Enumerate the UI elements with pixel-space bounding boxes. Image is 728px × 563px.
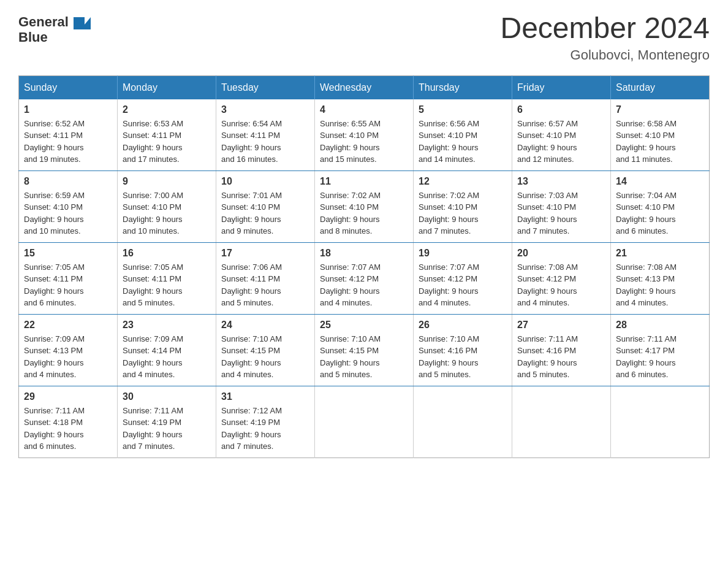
day-info: Sunrise: 7:10 AM Sunset: 4:15 PM Dayligh… bbox=[221, 333, 309, 381]
day-number: 22 bbox=[24, 320, 112, 331]
calendar-cell: 16 Sunrise: 7:05 AM Sunset: 4:11 PM Dayl… bbox=[118, 242, 216, 314]
day-info: Sunrise: 7:11 AM Sunset: 4:17 PM Dayligh… bbox=[616, 333, 704, 381]
col-header-tuesday: Tuesday bbox=[216, 75, 315, 99]
day-number: 26 bbox=[419, 320, 507, 331]
calendar-cell: 29 Sunrise: 7:11 AM Sunset: 4:18 PM Dayl… bbox=[19, 386, 118, 458]
day-info: Sunrise: 7:08 AM Sunset: 4:13 PM Dayligh… bbox=[616, 261, 704, 309]
logo-text-blue: Blue bbox=[18, 29, 48, 45]
col-header-thursday: Thursday bbox=[414, 75, 512, 99]
calendar-cell: 19 Sunrise: 7:07 AM Sunset: 4:12 PM Dayl… bbox=[414, 242, 512, 314]
page-header: General Blue December 2024 Golubovci, Mo… bbox=[18, 12, 710, 63]
day-info: Sunrise: 7:11 AM Sunset: 4:16 PM Dayligh… bbox=[517, 333, 605, 381]
day-info: Sunrise: 7:09 AM Sunset: 4:13 PM Dayligh… bbox=[24, 333, 112, 381]
calendar-header-row: SundayMondayTuesdayWednesdayThursdayFrid… bbox=[19, 75, 710, 99]
day-number: 18 bbox=[320, 248, 408, 259]
day-info: Sunrise: 7:02 AM Sunset: 4:10 PM Dayligh… bbox=[419, 190, 507, 237]
day-info: Sunrise: 7:09 AM Sunset: 4:14 PM Dayligh… bbox=[123, 333, 211, 381]
day-info: Sunrise: 6:57 AM Sunset: 4:10 PM Dayligh… bbox=[517, 118, 605, 166]
day-number: 21 bbox=[616, 248, 704, 259]
location-title: Golubovci, Montenegro bbox=[500, 47, 710, 63]
day-info: Sunrise: 7:03 AM Sunset: 4:10 PM Dayligh… bbox=[517, 190, 605, 237]
month-title: December 2024 bbox=[500, 12, 710, 45]
day-number: 14 bbox=[616, 176, 704, 187]
day-number: 12 bbox=[419, 176, 507, 187]
day-number: 15 bbox=[24, 248, 112, 259]
calendar-cell: 22 Sunrise: 7:09 AM Sunset: 4:13 PM Dayl… bbox=[19, 314, 118, 386]
day-info: Sunrise: 7:04 AM Sunset: 4:10 PM Dayligh… bbox=[616, 190, 704, 237]
day-info: Sunrise: 7:06 AM Sunset: 4:11 PM Dayligh… bbox=[221, 261, 309, 309]
day-number: 7 bbox=[616, 104, 704, 115]
col-header-wednesday: Wednesday bbox=[315, 75, 414, 99]
day-info: Sunrise: 6:55 AM Sunset: 4:10 PM Dayligh… bbox=[320, 118, 408, 166]
day-number: 5 bbox=[419, 104, 507, 115]
calendar-cell bbox=[315, 386, 414, 458]
calendar-week-row: 29 Sunrise: 7:11 AM Sunset: 4:18 PM Dayl… bbox=[19, 386, 710, 458]
calendar-cell: 7 Sunrise: 6:58 AM Sunset: 4:10 PM Dayli… bbox=[611, 99, 710, 171]
day-number: 8 bbox=[24, 176, 112, 187]
calendar-cell: 28 Sunrise: 7:11 AM Sunset: 4:17 PM Dayl… bbox=[611, 314, 710, 386]
calendar-cell: 13 Sunrise: 7:03 AM Sunset: 4:10 PM Dayl… bbox=[512, 170, 611, 242]
calendar-cell: 25 Sunrise: 7:10 AM Sunset: 4:15 PM Dayl… bbox=[315, 314, 414, 386]
calendar-cell: 5 Sunrise: 6:56 AM Sunset: 4:10 PM Dayli… bbox=[414, 99, 512, 171]
calendar-week-row: 8 Sunrise: 6:59 AM Sunset: 4:10 PM Dayli… bbox=[19, 170, 710, 242]
day-info: Sunrise: 7:10 AM Sunset: 4:15 PM Dayligh… bbox=[320, 333, 408, 381]
calendar-cell bbox=[611, 386, 710, 458]
calendar-cell: 9 Sunrise: 7:00 AM Sunset: 4:10 PM Dayli… bbox=[118, 170, 216, 242]
day-number: 13 bbox=[517, 176, 605, 187]
col-header-monday: Monday bbox=[118, 75, 216, 99]
day-info: Sunrise: 6:52 AM Sunset: 4:11 PM Dayligh… bbox=[24, 118, 112, 166]
day-number: 29 bbox=[24, 391, 112, 402]
day-number: 2 bbox=[123, 104, 211, 115]
calendar-cell: 4 Sunrise: 6:55 AM Sunset: 4:10 PM Dayli… bbox=[315, 99, 414, 171]
day-number: 23 bbox=[123, 320, 211, 331]
day-info: Sunrise: 6:56 AM Sunset: 4:10 PM Dayligh… bbox=[419, 118, 507, 166]
day-number: 11 bbox=[320, 176, 408, 187]
day-number: 3 bbox=[221, 104, 309, 115]
calendar-cell: 21 Sunrise: 7:08 AM Sunset: 4:13 PM Dayl… bbox=[611, 242, 710, 314]
day-number: 24 bbox=[221, 320, 309, 331]
day-number: 1 bbox=[24, 104, 112, 115]
day-number: 16 bbox=[123, 248, 211, 259]
day-number: 4 bbox=[320, 104, 408, 115]
logo-arrow-icon bbox=[71, 12, 91, 32]
calendar-cell: 6 Sunrise: 6:57 AM Sunset: 4:10 PM Dayli… bbox=[512, 99, 611, 171]
calendar-cell: 31 Sunrise: 7:12 AM Sunset: 4:19 PM Dayl… bbox=[216, 386, 315, 458]
calendar-week-row: 15 Sunrise: 7:05 AM Sunset: 4:11 PM Dayl… bbox=[19, 242, 710, 314]
calendar-cell: 10 Sunrise: 7:01 AM Sunset: 4:10 PM Dayl… bbox=[216, 170, 315, 242]
calendar-cell: 11 Sunrise: 7:02 AM Sunset: 4:10 PM Dayl… bbox=[315, 170, 414, 242]
day-info: Sunrise: 7:02 AM Sunset: 4:10 PM Dayligh… bbox=[320, 190, 408, 237]
day-info: Sunrise: 6:58 AM Sunset: 4:10 PM Dayligh… bbox=[616, 118, 704, 166]
calendar-cell bbox=[414, 386, 512, 458]
calendar-cell: 26 Sunrise: 7:10 AM Sunset: 4:16 PM Dayl… bbox=[414, 314, 512, 386]
col-header-sunday: Sunday bbox=[19, 75, 118, 99]
calendar-cell: 1 Sunrise: 6:52 AM Sunset: 4:11 PM Dayli… bbox=[19, 99, 118, 171]
day-number: 31 bbox=[221, 391, 309, 402]
calendar-cell: 30 Sunrise: 7:11 AM Sunset: 4:19 PM Dayl… bbox=[118, 386, 216, 458]
title-area: December 2024 Golubovci, Montenegro bbox=[500, 12, 710, 63]
day-info: Sunrise: 7:05 AM Sunset: 4:11 PM Dayligh… bbox=[123, 261, 211, 309]
calendar-cell: 8 Sunrise: 6:59 AM Sunset: 4:10 PM Dayli… bbox=[19, 170, 118, 242]
day-number: 20 bbox=[517, 248, 605, 259]
svg-marker-0 bbox=[74, 17, 91, 29]
calendar-cell: 2 Sunrise: 6:53 AM Sunset: 4:11 PM Dayli… bbox=[118, 99, 216, 171]
calendar-week-row: 22 Sunrise: 7:09 AM Sunset: 4:13 PM Dayl… bbox=[19, 314, 710, 386]
day-info: Sunrise: 7:11 AM Sunset: 4:18 PM Dayligh… bbox=[24, 405, 112, 453]
day-number: 19 bbox=[419, 248, 507, 259]
day-info: Sunrise: 7:05 AM Sunset: 4:11 PM Dayligh… bbox=[24, 261, 112, 309]
col-header-friday: Friday bbox=[512, 75, 611, 99]
day-info: Sunrise: 6:54 AM Sunset: 4:11 PM Dayligh… bbox=[221, 118, 309, 166]
day-info: Sunrise: 7:00 AM Sunset: 4:10 PM Dayligh… bbox=[123, 190, 211, 237]
day-info: Sunrise: 7:08 AM Sunset: 4:12 PM Dayligh… bbox=[517, 261, 605, 309]
calendar-cell: 15 Sunrise: 7:05 AM Sunset: 4:11 PM Dayl… bbox=[19, 242, 118, 314]
calendar-cell: 17 Sunrise: 7:06 AM Sunset: 4:11 PM Dayl… bbox=[216, 242, 315, 314]
logo-text-general: General bbox=[18, 14, 69, 30]
day-info: Sunrise: 6:59 AM Sunset: 4:10 PM Dayligh… bbox=[24, 190, 112, 237]
day-info: Sunrise: 7:07 AM Sunset: 4:12 PM Dayligh… bbox=[320, 261, 408, 309]
day-number: 25 bbox=[320, 320, 408, 331]
logo: General Blue bbox=[18, 12, 91, 45]
calendar-cell bbox=[512, 386, 611, 458]
calendar-cell: 18 Sunrise: 7:07 AM Sunset: 4:12 PM Dayl… bbox=[315, 242, 414, 314]
day-number: 9 bbox=[123, 176, 211, 187]
day-number: 6 bbox=[517, 104, 605, 115]
day-number: 10 bbox=[221, 176, 309, 187]
